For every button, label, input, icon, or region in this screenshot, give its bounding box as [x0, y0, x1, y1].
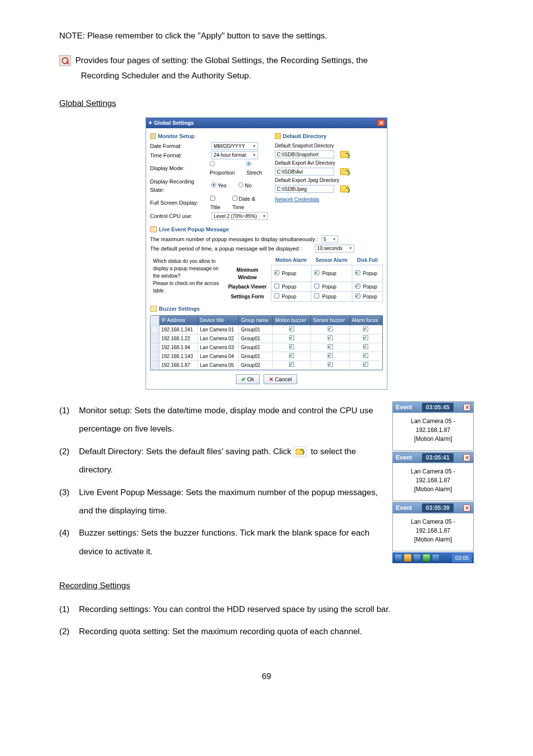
motion-buzzer-checkbox[interactable] [289, 335, 294, 340]
alarm-focus-checkbox[interactable] [363, 335, 368, 340]
cpu-select[interactable]: Level 2 (70%~85%) [211, 212, 268, 220]
alarm-focus-checkbox[interactable] [363, 353, 368, 358]
no-radio[interactable] [238, 182, 243, 187]
proportion-label: Proportion [210, 170, 235, 176]
time-format-label: Time Format: [150, 151, 208, 160]
buzzer-table: IP Address Device title Group name Motio… [150, 315, 383, 370]
global-settings-heading: Global Settings [59, 97, 474, 110]
sensor-buzzer-checkbox[interactable] [328, 335, 333, 340]
pb-disk-checkbox[interactable] [355, 284, 360, 288]
datetime-checkbox[interactable] [232, 196, 237, 201]
popup-icon [150, 226, 157, 232]
alarm-focus-checkbox[interactable] [363, 362, 368, 367]
min-motion-checkbox[interactable] [274, 270, 279, 275]
monitor-setup-header: Monitor Setup [158, 132, 194, 141]
popup-period-label: The default period of time, a popup mess… [150, 245, 302, 253]
taskbar-icon[interactable] [422, 554, 430, 562]
item-number: (4) [59, 524, 72, 561]
event-time: 03:05:41 [422, 453, 454, 462]
sensor-buzzer-checkbox[interactable] [328, 344, 333, 349]
min-disk-checkbox[interactable] [355, 270, 360, 275]
motion-buzzer-checkbox[interactable] [289, 353, 294, 358]
default-directory-header: Default Directory [283, 132, 327, 141]
event-popup: Event03:05:41✕Lan Camera 05 - 192.168.1.… [392, 452, 474, 501]
event-body-line1: Lan Camera 05 - 192.168.1.87 [396, 467, 470, 485]
table-row[interactable]: 192.168.1.22Lan Camera 02Group01 [151, 334, 382, 343]
browse-avi-button[interactable] [340, 168, 349, 175]
item-number: (1) [59, 600, 72, 618]
sensor-buzzer-checkbox[interactable] [328, 353, 333, 358]
table-row[interactable]: ▶192.168.1.241Lan Camera 01Group01 [151, 325, 382, 334]
pb-sensor-checkbox[interactable] [314, 284, 319, 288]
list2-item2: Recording quota setting: Set the maximum… [79, 622, 362, 641]
min-sensor-checkbox[interactable] [314, 270, 319, 275]
close-icon[interactable]: ✕ [463, 404, 470, 411]
event-popup-stack: Event03:05:45✕Lan Camera 05 - 192.168.1.… [392, 401, 474, 563]
col-motion-buzzer: Motion buzzer [273, 316, 311, 325]
motion-buzzer-checkbox[interactable] [289, 326, 294, 331]
set-disk-checkbox[interactable] [355, 293, 360, 298]
proportion-radio[interactable] [210, 161, 215, 166]
avi-dir-input[interactable]: C:\ISDB\Avi [275, 168, 334, 176]
set-motion-checkbox[interactable] [274, 293, 279, 298]
event-label: Event [396, 504, 412, 512]
list1-item3: Live Event Popup Message: Sets the maxim… [79, 483, 382, 520]
pb-motion-checkbox[interactable] [274, 284, 279, 288]
close-icon[interactable]: ✕ [463, 454, 470, 461]
taskbar: 03:05 [392, 552, 474, 563]
alarm-focus-checkbox[interactable] [363, 326, 368, 331]
popup-period-select[interactable]: 10 seconds [315, 245, 354, 252]
full-screen-label: Full Screen Display: [150, 199, 207, 207]
date-format-select[interactable]: MM/DD/YYYY [211, 142, 258, 150]
item-number: (3) [59, 483, 72, 520]
close-icon[interactable]: ✕ [377, 119, 385, 126]
event-body-line2: [Motion Alarm] [396, 535, 470, 544]
taskbar-icon[interactable] [413, 554, 421, 562]
col-alarm-focus: Alarm focus [349, 316, 382, 325]
snapshot-dir-label: Default Snapshot Directory [275, 142, 383, 149]
col-sensor-buzzer: Sensor buzzer [311, 316, 350, 325]
set-sensor-checkbox[interactable] [314, 293, 319, 298]
event-popup: Event03:05:45✕Lan Camera 05 - 192.168.1.… [392, 401, 474, 451]
snapshot-dir-input[interactable]: C:\ISDB\Snapshort [275, 150, 334, 158]
event-body-line2: [Motion Alarm] [396, 485, 470, 494]
taskbar-icon[interactable] [404, 554, 412, 562]
table-row[interactable]: 192.168.1.94Lan Camera 03Group01 [151, 343, 382, 352]
sensor-alarm-header: Sensor Alarm [311, 255, 352, 265]
cancel-button[interactable]: ✕Cancel [264, 374, 297, 385]
close-icon[interactable]: ✕ [463, 504, 470, 511]
ok-button[interactable]: ✔Ok [236, 374, 260, 385]
tool-desc-line1: Provides four pages of setting: the Glob… [76, 56, 368, 65]
time-format-select[interactable]: 24-hour format [211, 151, 258, 159]
browse-jpeg-button[interactable] [340, 185, 349, 192]
strech-radio[interactable] [246, 161, 251, 166]
alarm-focus-checkbox[interactable] [363, 344, 368, 349]
tool-desc-line2: Recording Scheduler and the Authority Se… [81, 70, 474, 82]
event-body-line1: Lan Camera 05 - 192.168.1.87 [396, 417, 470, 434]
network-credentials-link[interactable]: Network Credentials [275, 196, 319, 203]
yes-radio[interactable] [211, 182, 216, 187]
playback-viewer-row: Playback Viewer [224, 282, 271, 292]
dialog-title: Global Settings [154, 120, 194, 126]
taskbar-icon[interactable] [394, 554, 402, 562]
jpeg-dir-label: Default Export Jpeg Directory [275, 177, 383, 184]
col-group: Group name [239, 316, 273, 325]
browse-snapshot-button[interactable] [340, 151, 349, 158]
browse-folder-icon [294, 446, 306, 457]
table-row[interactable]: 192.168.1.87Lan Camera 05Group02 [151, 360, 382, 369]
max-popup-label: The maximum number of popup messages to … [150, 235, 318, 244]
max-popup-select[interactable]: 5 [321, 235, 338, 243]
motion-buzzer-checkbox[interactable] [289, 362, 294, 367]
display-mode-label: Display Mode: [150, 164, 207, 173]
sensor-buzzer-checkbox[interactable] [328, 326, 333, 331]
page-number: 69 [59, 670, 474, 683]
buzzer-icon [150, 306, 157, 312]
motion-buzzer-checkbox[interactable] [289, 344, 294, 349]
taskbar-icon[interactable] [432, 554, 440, 562]
title-checkbox[interactable] [210, 196, 215, 201]
folder-icon [275, 133, 281, 139]
table-row[interactable]: 192.168.1.143Lan Camera 04Group01 [151, 352, 382, 360]
sensor-buzzer-checkbox[interactable] [328, 362, 333, 367]
jpeg-dir-input[interactable]: C:\ISDB\Jpeg [275, 185, 334, 193]
item-number: (2) [59, 442, 72, 479]
